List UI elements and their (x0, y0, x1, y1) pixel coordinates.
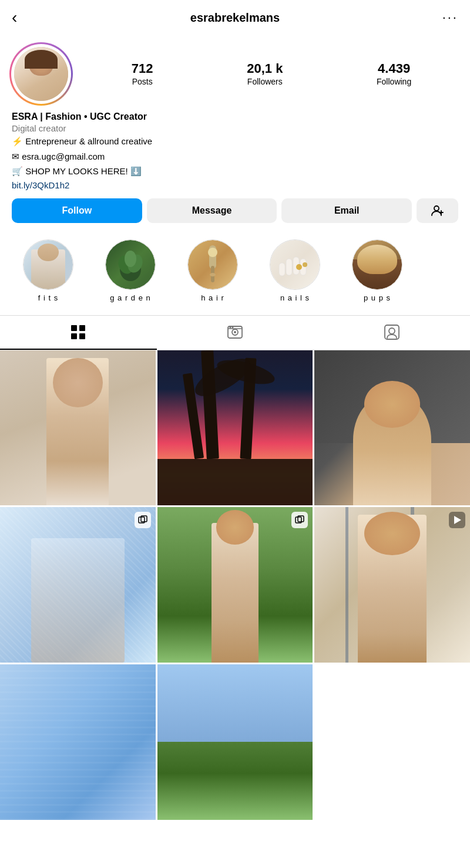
avatar-image (14, 47, 68, 101)
svg-rect-11 (279, 263, 285, 276)
stats-row: 712 Posts 20,1 k Followers 4.439 Followi… (85, 61, 458, 87)
header: ‹ esrabrekelmans ··· (0, 0, 470, 35)
highlight-hair[interactable]: h a i r (172, 239, 254, 302)
svg-point-10 (210, 273, 216, 276)
svg-rect-12 (286, 259, 292, 275)
svg-point-26 (232, 326, 234, 328)
posts-stat[interactable]: 712 Posts (132, 61, 153, 87)
highlight-circle-garden (105, 239, 156, 290)
bio-line-3: 🛒 SHOP MY LOOKS HERE! ⬇️ (12, 165, 458, 178)
bio-category: Digital creator (12, 123, 458, 133)
following-count: 4.439 (377, 61, 411, 76)
avatar-photo (14, 47, 68, 101)
reel-badge-6 (449, 512, 465, 528)
highlight-circle-fits (23, 239, 73, 290)
add-person-icon (431, 204, 444, 217)
svg-point-23 (234, 331, 236, 333)
grid-item-4[interactable] (0, 507, 156, 663)
tab-bar (0, 315, 470, 350)
highlight-label-pups: p u p s (364, 293, 391, 302)
highlight-label-hair: h a i r (201, 293, 224, 302)
highlights-section: f i t s g a r d e n (0, 229, 470, 308)
highlight-label-garden: g a r d e n (110, 293, 151, 302)
following-label: Following (377, 77, 411, 86)
grid-item-1[interactable] (0, 350, 156, 506)
highlight-circle-nails (270, 239, 320, 290)
play-icon (454, 516, 461, 524)
message-button[interactable]: Message (147, 198, 277, 223)
grid-item-3[interactable] (314, 350, 470, 506)
svg-point-15 (296, 264, 302, 270)
followers-label: Followers (247, 77, 283, 86)
bio-line-2: ✉ esra.ugc@gmail.com (12, 150, 458, 164)
avatar[interactable] (12, 45, 70, 103)
tagged-icon (384, 324, 400, 340)
grid-item-2[interactable] (157, 350, 313, 506)
svg-rect-20 (79, 333, 85, 339)
svg-rect-19 (71, 333, 77, 339)
bio-line-1: ⚡ Entrepreneur & allround creative (12, 135, 458, 148)
header-username: esrabrekelmans (190, 11, 280, 25)
back-button[interactable]: ‹ (12, 8, 35, 27)
carousel-badge-5 (291, 512, 308, 528)
grid-icon (70, 324, 86, 340)
highlight-circle-pups (352, 239, 402, 290)
profile-section: 712 Posts 20,1 k Followers 4.439 Followi… (0, 35, 470, 229)
tab-tagged[interactable] (313, 316, 470, 350)
posts-label: Posts (132, 77, 153, 86)
reels-icon (227, 324, 243, 340)
followers-count: 20,1 k (247, 61, 283, 76)
photo-grid (0, 350, 470, 820)
highlight-label-nails: n a i l s (280, 293, 310, 302)
more-options-button[interactable]: ··· (435, 10, 458, 25)
grid-item-8[interactable] (157, 664, 313, 820)
following-stat[interactable]: 4.439 Following (377, 61, 411, 87)
svg-point-25 (230, 326, 231, 328)
highlight-nails[interactable]: n a i l s (254, 239, 336, 302)
svg-point-8 (208, 248, 217, 257)
grid-item-6[interactable] (314, 507, 470, 663)
grid-item-7[interactable] (0, 664, 156, 820)
svg-point-16 (303, 262, 307, 267)
profile-top: 712 Posts 20,1 k Followers 4.439 Followi… (12, 45, 458, 103)
action-buttons: Follow Message Email (12, 198, 458, 223)
tab-grid[interactable] (0, 316, 157, 350)
bio-section: ESRA | Fashion • UGC Creator Digital cre… (12, 112, 458, 190)
carousel-badge-4 (135, 512, 151, 528)
bio-name: ESRA | Fashion • UGC Creator (12, 112, 458, 122)
svg-point-0 (434, 206, 439, 211)
svg-point-28 (389, 328, 395, 334)
highlight-pups[interactable]: p u p s (336, 239, 418, 302)
add-friend-button[interactable] (417, 198, 458, 223)
highlight-garden[interactable]: g a r d e n (89, 239, 172, 302)
posts-count: 712 (132, 61, 153, 76)
highlight-fits[interactable]: f i t s (7, 239, 89, 302)
grid-item-5[interactable] (157, 507, 313, 663)
svg-rect-18 (79, 325, 85, 331)
svg-point-6 (125, 251, 136, 267)
highlight-label-fits: f i t s (38, 293, 58, 302)
email-button[interactable]: Email (281, 198, 412, 223)
highlight-circle-hair (187, 239, 238, 290)
follow-button[interactable]: Follow (12, 198, 142, 223)
bio-link[interactable]: bit.ly/3QkD1h2 (12, 180, 458, 190)
followers-stat[interactable]: 20,1 k Followers (247, 61, 283, 87)
tab-reels[interactable] (157, 316, 314, 350)
svg-rect-17 (71, 325, 77, 331)
